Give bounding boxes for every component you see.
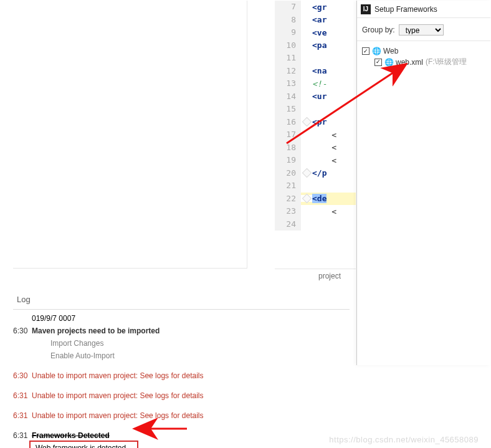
code-line[interactable]: 16<pr [275,116,356,129]
web-icon: 🌐 [372,47,381,55]
code-text[interactable]: <ur [312,92,327,101]
gutter-line-number[interactable]: 20 [275,167,301,180]
code-line[interactable]: 8<ar [275,14,356,27]
gutter-line-number[interactable]: 13 [275,77,301,90]
dialog-title: Setup Frameworks [374,5,437,14]
intellij-icon: IJ [361,4,371,14]
gutter-line-number[interactable]: 21 [275,179,301,193]
group-by-row: Group by: type [357,18,490,41]
log-message: Unable to import maven project: See logs… [32,370,350,381]
gutter-line-number[interactable]: 19 [275,154,301,167]
group-by-label: Group by: [362,26,395,34]
code-line[interactable]: 13<!- [275,77,356,90]
code-text[interactable]: <de [312,194,327,203]
code-text[interactable]: <pr [312,117,327,126]
gutter-line-number[interactable]: 12 [275,65,301,78]
log-message: Frameworks Detected [32,430,350,441]
log-time [13,338,32,349]
code-line[interactable]: 12<na [275,65,356,78]
log-entry: Enable Auto-Import [13,350,350,362]
webxml-icon: 🌐 [384,58,393,67]
code-line[interactable]: 11 [275,52,356,65]
code-line[interactable]: 20</p [275,167,356,180]
tree-root-web[interactable]: 🌐 Web [362,46,485,56]
fold-marker-icon[interactable] [302,194,312,204]
log-entry: 6:30Maven projects need to be imported [13,325,350,337]
code-line[interactable]: 17 < [275,128,356,141]
gutter-line-number[interactable]: 14 [275,90,301,103]
code-line[interactable]: 9<ve [275,26,356,39]
code-text[interactable]: </p [312,168,327,178]
code-line[interactable]: 14<ur [275,90,356,103]
gutter-line-number[interactable]: 10 [275,39,301,52]
fold-marker-icon[interactable] [302,168,312,178]
code-text[interactable]: <pa [312,41,327,50]
code-text[interactable]: <!- [312,79,327,88]
code-line[interactable]: 23 < [275,205,356,218]
event-log-title: Log [13,293,350,310]
group-by-select[interactable]: type [399,24,444,36]
code-text[interactable]: < [312,130,336,140]
frameworks-tree: 🌐 Web 🌐 web.xml (F:\班级管理 [357,41,490,73]
fold-column[interactable] [301,195,312,202]
log-message[interactable]: Enable Auto-Import [32,350,350,361]
editor-blank-area [13,1,247,269]
code-line[interactable]: 10<pa [275,39,356,52]
code-text[interactable]: <ve [312,28,327,37]
tree-child-webxml[interactable]: 🌐 web.xml (F:\班级管理 [362,56,485,68]
log-time: 6:30 [13,370,32,381]
gutter-line-number[interactable]: 16 [275,116,301,129]
code-text[interactable]: <na [312,66,327,75]
code-text[interactable]: < [312,156,336,165]
watermark: https://blog.csdn.net/weixin_45658089 [329,435,479,444]
code-line[interactable]: 19 < [275,154,356,167]
log-time [13,350,32,361]
code-text[interactable]: <gr [312,2,327,12]
gutter-line-number[interactable]: 17 [275,128,301,141]
code-editor[interactable]: 7<gr8<ar9<ve10<pa1112<na13<!-14<ur1516<p… [275,1,356,269]
log-time: 6:31 [13,410,32,421]
log-time: 6:31 [13,390,32,401]
log-time: 6:31 [13,430,32,441]
code-text[interactable]: < [312,207,336,216]
code-line[interactable]: 18 < [275,141,356,155]
code-line[interactable]: 24 [275,218,356,231]
gutter-line-number[interactable]: 8 [275,14,301,27]
checkbox-web[interactable] [362,47,369,55]
tree-child-path: (F:\班级管理 [426,57,467,67]
code-line[interactable]: 22<de [275,193,356,206]
gutter-line-number[interactable]: 18 [275,141,301,155]
checkbox-webxml[interactable] [374,59,382,66]
breadcrumb[interactable]: project [275,269,356,284]
event-log-body: 019/9/7 0007 6:30Maven projects need to … [13,310,350,448]
framework-detected-notification: Web framework is detected.Configure [29,441,138,448]
gutter-line-number[interactable]: 7 [275,1,301,14]
code-line[interactable]: 15 [275,103,356,116]
fold-marker-icon[interactable] [302,117,312,127]
code-text[interactable]: <ar [312,15,327,24]
code-line[interactable]: 21 [275,179,356,193]
gutter-line-number[interactable]: 23 [275,205,301,218]
gutter-line-number[interactable]: 22 [275,193,301,206]
tree-child-label: web.xml [396,58,423,67]
dialog-titlebar[interactable]: IJ Setup Frameworks [357,1,490,18]
tree-root-label: Web [383,47,398,55]
log-message: Unable to import maven project: See logs… [32,410,350,421]
log-message[interactable]: Import Changes [32,338,350,349]
fold-column[interactable] [301,118,312,125]
log-entry: 6:31Frameworks Detected [13,429,350,442]
setup-frameworks-dialog: IJ Setup Frameworks Group by: type 🌐 Web… [356,1,490,365]
log-time: 6:30 [13,325,32,336]
log-date: 019/9/7 0007 [13,312,350,325]
event-log-panel: Log 019/9/7 0007 6:30Maven projects need… [13,293,350,448]
gutter-line-number[interactable]: 11 [275,52,301,65]
gutter-line-number[interactable]: 9 [275,26,301,39]
code-line[interactable]: 7<gr [275,1,356,14]
code-text[interactable]: < [312,143,336,152]
gutter-line-number[interactable]: 24 [275,218,301,231]
log-entry: 6:31Unable to import maven project: See … [13,409,350,422]
log-entry: 6:31Unable to import maven project: See … [13,389,350,402]
log-message: Unable to import maven project: See logs… [32,390,350,401]
fold-column[interactable] [301,169,312,176]
gutter-line-number[interactable]: 15 [275,103,301,116]
